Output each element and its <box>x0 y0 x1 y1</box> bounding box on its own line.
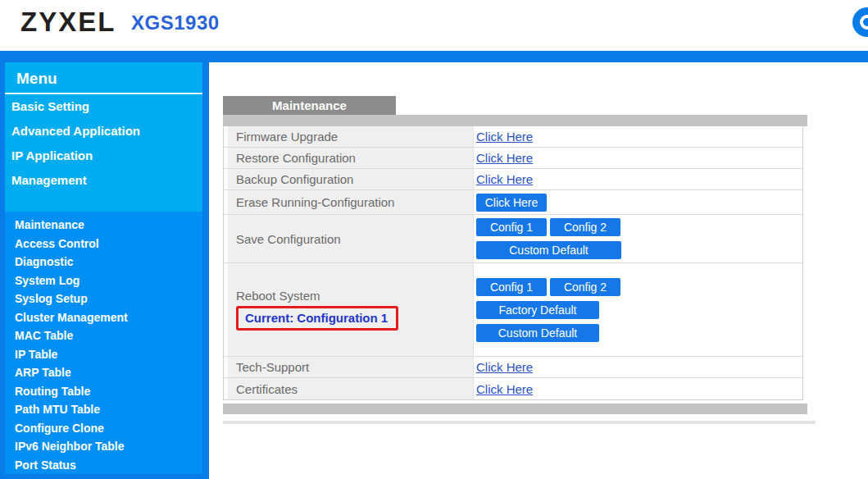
sidebar-item-arp-table[interactable]: ARP Table <box>5 363 202 382</box>
sidebar-item-path-mtu-table[interactable]: Path MTU Table <box>5 400 202 419</box>
device-model: XGS1930 <box>131 11 220 34</box>
sidebar-item-routing-table[interactable]: Routing Table <box>5 382 202 401</box>
table-row-erase-running-configuration: Erase Running-Configuration Click Here <box>224 190 802 215</box>
reboot-custom-default-button[interactable]: Custom Default <box>476 324 599 342</box>
sidebar-item-syslog-setup[interactable]: Syslog Setup <box>5 290 202 308</box>
current-configuration-annotation: Current: Configuration 1 <box>236 306 398 331</box>
table-row-backup-configuration: Backup Configuration Click Here <box>224 169 802 190</box>
row-label: Reboot System Current: Configuration 1 <box>224 263 474 356</box>
table-row-reboot-system: Reboot System Current: Configuration 1 C… <box>224 263 802 357</box>
backup-configuration-link[interactable]: Click Here <box>476 172 533 186</box>
sidebar-item-access-control[interactable]: Access Control <box>5 235 202 253</box>
main-content: Maintenance Firmware Upgrade Click Here … <box>209 62 868 479</box>
sidebar-item-basic-setting[interactable]: Basic Setting <box>5 94 202 119</box>
sidebar-item-advanced-application[interactable]: Advanced Application <box>5 119 202 144</box>
table-row-save-configuration: Save Configuration Config 1 Config 2 Cus… <box>224 215 802 263</box>
sidebar-sub-menu: Maintenance Access Control Diagnostic Sy… <box>5 212 202 474</box>
sidebar-item-mac-table[interactable]: MAC Table <box>5 326 202 345</box>
sidebar-item-system-log[interactable]: System Log <box>5 271 202 290</box>
menu-title: Menu <box>5 62 202 94</box>
sidebar-item-port-status[interactable]: Port Status <box>5 456 202 475</box>
footer-gray-bar <box>223 404 807 414</box>
row-label: Tech-Support <box>224 357 474 377</box>
save-config1-button[interactable]: Config 1 <box>476 218 547 236</box>
zyxel-logo: ZYXEL <box>20 7 116 38</box>
bottom-divider <box>223 421 816 424</box>
logout-icon[interactable] <box>852 7 868 37</box>
tech-support-link[interactable]: Click Here <box>476 360 533 374</box>
reboot-factory-default-button[interactable]: Factory Default <box>476 301 599 319</box>
top-blue-bar <box>0 51 868 62</box>
sidebar-item-ip-application[interactable]: IP Application <box>5 144 202 168</box>
sidebar: Menu Basic Setting Advanced Application … <box>0 62 209 479</box>
sidebar-item-ip-table[interactable]: IP Table <box>5 345 202 364</box>
table-row-certificates: Certificates Click Here <box>224 378 802 399</box>
save-custom-default-button[interactable]: Custom Default <box>476 241 621 259</box>
row-label: Certificates <box>224 378 474 399</box>
sidebar-item-cluster-management[interactable]: Cluster Management <box>5 308 202 327</box>
sidebar-item-management[interactable]: Management <box>5 168 202 193</box>
row-label: Erase Running-Configuration <box>224 190 474 214</box>
app-header: ZYXEL XGS1930 <box>0 0 868 51</box>
power-icon <box>860 15 868 30</box>
row-label: Firmware Upgrade <box>224 126 474 147</box>
row-label: Backup Configuration <box>224 169 474 189</box>
certificates-link[interactable]: Click Here <box>476 382 533 396</box>
sidebar-main-menu: Menu Basic Setting Advanced Application … <box>5 62 202 212</box>
page: ZYXEL XGS1930 Menu Basic Setting Advance… <box>0 0 868 479</box>
row-label: Restore Configuration <box>224 148 474 168</box>
reboot-config2-button[interactable]: Config 2 <box>550 278 620 296</box>
firmware-upgrade-link[interactable]: Click Here <box>476 130 533 144</box>
header-gray-bar <box>223 115 807 126</box>
table-row-firmware-upgrade: Firmware Upgrade Click Here <box>224 126 802 148</box>
maintenance-table: Firmware Upgrade Click Here Restore Conf… <box>223 126 803 400</box>
sidebar-item-configure-clone[interactable]: Configure Clone <box>5 419 202 438</box>
sidebar-item-maintenance[interactable]: Maintenance <box>5 216 202 235</box>
reboot-system-label: Reboot System <box>236 289 473 303</box>
save-config2-button[interactable]: Config 2 <box>550 218 620 236</box>
tab-maintenance[interactable]: Maintenance <box>223 96 396 115</box>
reboot-config1-button[interactable]: Config 1 <box>476 278 547 296</box>
sidebar-item-ipv6-neighbor-table[interactable]: IPv6 Neighbor Table <box>5 437 202 456</box>
restore-configuration-link[interactable]: Click Here <box>476 151 533 165</box>
row-label: Save Configuration <box>224 215 474 262</box>
sidebar-item-diagnostic[interactable]: Diagnostic <box>5 253 202 271</box>
erase-running-click-here-button[interactable]: Click Here <box>476 194 547 212</box>
table-row-tech-support: Tech-Support Click Here <box>224 357 802 378</box>
table-row-restore-configuration: Restore Configuration Click Here <box>224 148 802 169</box>
